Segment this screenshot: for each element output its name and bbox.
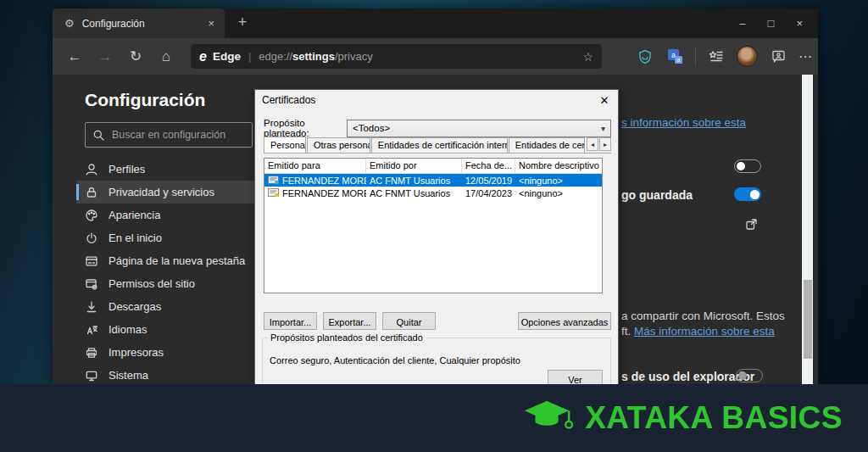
edge-logo-icon: e (199, 49, 207, 64)
xataka-banner: XATAKA BASICS (0, 384, 868, 452)
power-icon (85, 232, 98, 245)
page-scrollbar[interactable] (802, 75, 813, 384)
sidebar-item-descargas[interactable]: Descargas (76, 295, 254, 318)
refresh-button[interactable]: ↻ (120, 47, 151, 65)
tab-close-icon[interactable]: × (204, 17, 218, 30)
banner-brand-text: XATAKA BASICS (585, 400, 843, 436)
settings-title: Configuración (85, 90, 205, 110)
browser-tab-configuracion[interactable]: ⚙ Configuración × (53, 8, 225, 38)
edge-badge: e Edge (199, 49, 241, 64)
tab-scroll-left-icon[interactable]: ◂ (587, 137, 598, 151)
languages-icon (85, 323, 98, 337)
collections-icon[interactable] (707, 47, 726, 66)
column-nombre[interactable]: Nombre descriptivo (515, 159, 602, 173)
tab-entidades-intermedias[interactable]: Entidades de certificación intermedias (371, 137, 508, 153)
settings-sidebar: Perfiles Privacidad y servicios Aparienc… (76, 158, 254, 384)
share-text-line2: ft. Más información sobre esta (621, 325, 775, 338)
graduation-cap-icon (522, 397, 573, 439)
maximize-button[interactable]: □ (768, 17, 775, 30)
sidebar-item-perfiles[interactable]: Perfiles (76, 158, 254, 181)
toggle-usage[interactable] (736, 369, 763, 382)
palette-icon (85, 209, 98, 222)
certificate-key-icon (268, 188, 280, 198)
settings-search[interactable] (85, 122, 253, 148)
tracking-prevention-icon[interactable] (636, 47, 654, 66)
download-icon (85, 300, 98, 314)
search-input[interactable] (112, 129, 239, 141)
share-text-line1: a compartir con Microsoft. Estos (621, 310, 785, 322)
sidebar-item-permisos[interactable]: Permisos del sitio (76, 272, 254, 295)
dialog-close-icon[interactable]: ✕ (591, 90, 618, 110)
column-fecha[interactable]: Fecha de... (462, 159, 515, 173)
tab-entidades-raiz[interactable]: Entidades de certificaci (509, 137, 585, 153)
learn-more-link-bottom[interactable]: Más información sobre esta (634, 325, 775, 338)
more-options-icon[interactable]: ⋯ (798, 48, 813, 64)
address-bar[interactable]: e Edge | edge://settings/privacy ☆ (191, 44, 602, 69)
learn-more-link-top[interactable]: s información sobre esta (621, 116, 746, 129)
svg-text:a: a (676, 57, 680, 63)
purpose-label: Propósito planteado: (264, 118, 347, 138)
tab-scroll-right-icon[interactable]: ▸ (599, 137, 611, 151)
purposes-text: Correo seguro, Autenticación del cliente… (270, 355, 520, 366)
browser-usage-label: s de uso del explorador (621, 370, 754, 383)
remove-button[interactable]: Quitar (382, 312, 436, 330)
sidebar-item-apariencia[interactable]: Apariencia (76, 204, 254, 226)
certificate-row-2[interactable]: FERNANDEZ MORE... AC FNMT Usuarios 17/04… (264, 187, 602, 199)
advanced-options-button[interactable]: Opciones avanzadas (518, 312, 611, 330)
close-button[interactable]: × (796, 17, 803, 30)
tab-otras-personas[interactable]: Otras personas (307, 137, 370, 153)
toggle-saved-data[interactable] (734, 187, 761, 201)
minimize-button[interactable]: – (739, 17, 745, 30)
person-icon (85, 163, 98, 176)
feedback-icon[interactable] (769, 47, 787, 66)
export-button[interactable]: Exportar... (323, 312, 376, 330)
column-emitido-por[interactable]: Emitido por (366, 159, 462, 173)
tab-bar: ⚙ Configuración × + – □ × (53, 8, 818, 38)
toggle-top[interactable] (734, 159, 761, 173)
tab-title: Configuración (82, 18, 205, 30)
lock-icon (85, 186, 98, 199)
chevron-down-icon: ▾ (601, 124, 605, 133)
gear-icon: ⚙ (64, 17, 75, 30)
translate-extension-icon[interactable]: aa (665, 47, 684, 66)
dialog-titlebar[interactable]: Certificados ✕ (255, 90, 618, 110)
sidebar-item-nueva-pestana[interactable]: Página de la nueva pestaña (76, 249, 254, 272)
sidebar-item-inicio[interactable]: En el inicio (76, 226, 254, 249)
import-button[interactable]: Importar... (264, 312, 317, 330)
printer-icon (85, 346, 98, 360)
monitor-icon (85, 369, 98, 382)
certificate-list: Emitido para Emitido por Fecha de... Nom… (264, 158, 603, 293)
scrollbar-thumb[interactable] (804, 280, 812, 359)
external-link-icon[interactable] (744, 217, 759, 232)
search-icon (92, 129, 105, 142)
sidebar-item-idiomas[interactable]: Idiomas (76, 318, 254, 341)
forward-button[interactable]: → (90, 48, 120, 65)
sidebar-item-impresoras[interactable]: Impresoras (76, 341, 254, 364)
dialog-title: Certificados (262, 94, 315, 106)
purposes-legend: Propósitos planteados del certificado (268, 332, 426, 343)
certificate-icon (268, 176, 280, 185)
back-button[interactable]: ← (59, 48, 90, 65)
list-header: Emitido para Emitido por Fecha de... Nom… (264, 159, 602, 174)
site-permissions-icon (85, 277, 98, 291)
add-favorite-icon[interactable]: ☆ (582, 50, 593, 64)
dialog-tabstrip: Personal Otras personas Entidades de cer… (264, 137, 611, 153)
new-tab-page-icon (85, 254, 98, 268)
url-text: edge://settings/privacy (259, 50, 372, 63)
toolbar-divider (695, 48, 696, 65)
certificates-dialog: Certificados ✕ Propósito planteado: <Tod… (254, 89, 619, 388)
purpose-dropdown[interactable]: <Todos> ▾ (347, 120, 611, 137)
browser-toolbar: ← → ↻ ⌂ e Edge | edge://settings/privacy… (53, 38, 818, 75)
profile-avatar[interactable] (737, 46, 758, 67)
saved-data-label: go guardada (621, 188, 693, 202)
url-separator: | (248, 50, 251, 63)
column-emitido-para[interactable]: Emitido para (264, 159, 366, 173)
certificate-row-1[interactable]: FERNANDEZ MORE... AC FNMT Usuarios 12/05… (264, 174, 602, 187)
new-tab-button[interactable]: + (232, 14, 253, 31)
home-button[interactable]: ⌂ (151, 48, 181, 65)
tab-personal[interactable]: Personal (264, 137, 306, 153)
purpose-value: <Todos> (353, 123, 390, 133)
sidebar-item-sistema[interactable]: Sistema (76, 364, 254, 384)
desktop-background: ⚙ Configuración × + – □ × ← → ↻ ⌂ e Edge (0, 0, 868, 452)
sidebar-item-privacidad[interactable]: Privacidad y servicios (76, 181, 254, 204)
